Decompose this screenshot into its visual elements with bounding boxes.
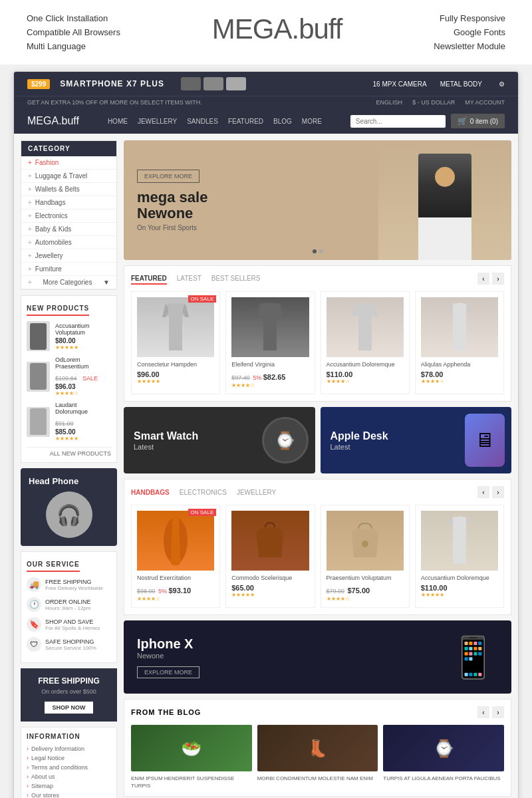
sidebar-item-baby[interactable]: Baby & Kids	[21, 223, 116, 236]
product-3-price: $110.00	[327, 370, 404, 378]
hero-image	[298, 140, 511, 260]
account-link[interactable]: MY ACCOUNT	[465, 99, 505, 106]
sidebar-item-auto[interactable]: Automobiles	[21, 236, 116, 249]
info-terms[interactable]: Terms and conditions	[27, 763, 111, 772]
services-section: OUR SERVICE 🚚 FREE SHIPPING Free Deliver…	[21, 551, 117, 663]
sidebar-item-electronics[interactable]: Electronics	[21, 209, 116, 223]
sidebar-item-wallets[interactable]: Wallets & Belts	[21, 183, 116, 196]
nav-blog[interactable]: BLOG	[273, 118, 292, 125]
hero-dot-1[interactable]	[313, 249, 317, 253]
cat-p3-stars: ★★★★☆	[327, 596, 404, 602]
info-stores[interactable]: Our stores	[27, 791, 111, 798]
search-input[interactable]	[350, 115, 446, 128]
blog-card-3-title: TURPIS AT LIGULA AENEAN PORTA FAUCIBUS	[383, 775, 504, 782]
cat-tab-handbags[interactable]: HANDBAGS	[131, 489, 170, 496]
shipping-icon: 🚚	[27, 577, 41, 592]
nav-sandles[interactable]: SANDLES	[187, 118, 218, 125]
cat-p1-price: $93.10	[169, 587, 192, 595]
blog-card-3: ⌚ TURPIS AT LIGULA AENEAN PORTA FAUCIBUS	[383, 725, 504, 789]
tabs-header: FEATURED LATEST BEST SELLERS ‹ ›	[131, 273, 504, 285]
headphone-title: Head Phone	[29, 476, 78, 486]
explore-button[interactable]: EXPLORE MORE	[137, 170, 200, 183]
info-sitemap[interactable]: Sitemap	[27, 781, 111, 791]
cat-product-4: Accusantium Doloremque $110.00 ★★★★★	[415, 505, 504, 608]
info-about[interactable]: About us	[27, 772, 111, 781]
hero-dot-2[interactable]	[319, 249, 323, 253]
product-2-sale: 5%	[253, 374, 263, 381]
tab-featured[interactable]: FEATURED	[131, 273, 167, 285]
sidebar-item-fashion[interactable]: Fashion	[21, 156, 116, 170]
notif-bar: GET AN EXTRA 10% OFF OR MORE ON SELECT I…	[14, 96, 518, 108]
promo-price: $299	[27, 79, 50, 89]
cart-button[interactable]: 🛒 0 item (0)	[451, 114, 505, 128]
nav-actions: 🛒 0 item (0)	[350, 114, 505, 128]
blog-card-2: 👢 MORBI CONDIMENTUM MOLESTIE NAM ENIM	[257, 725, 378, 789]
new-product-1: Accusantium Voluptatum $80.00 ★★★★★	[27, 321, 111, 351]
nav-jewellery[interactable]: JEWELLERY	[138, 118, 177, 125]
product-3-name: Accusantium Doloremque	[327, 361, 404, 368]
on-sale-badge-1: ON SALE	[188, 295, 217, 303]
sidebar-item-more[interactable]: More Categories ▼	[21, 276, 116, 289]
cat-tab-electronics[interactable]: ELECTRONICS	[180, 489, 227, 496]
iphone-sub: Newone	[137, 652, 200, 660]
product-4-price: $78.00	[421, 370, 498, 378]
product-tabs-list: FEATURED LATEST BEST SELLERS	[131, 273, 261, 285]
blog-card-1-title: ENIM IPSUM HENDRERIT SUSPENDISSE TURPIS	[131, 775, 252, 789]
cat-tabs-header: HANDBAGS ELECTRONICS JEWELLERY ‹ ›	[131, 486, 504, 498]
smart-watch-sub: Latest	[134, 443, 198, 451]
explore-iphone-button[interactable]: EXPLORE MORE	[137, 666, 200, 678]
iphone-text: Iphone X Newone EXPLORE MORE	[137, 636, 200, 678]
service-save-sub: For All Spoils & Heroes	[45, 625, 100, 631]
tab-bestsellers[interactable]: BEST SELLERS	[211, 273, 261, 285]
product-card-1: ON SALE Consectetur Hampden $96.00 ★★★★★	[131, 291, 220, 394]
nav-more[interactable]: MORE	[302, 118, 322, 125]
tab-prev-arrow[interactable]: ‹	[477, 273, 489, 285]
product-card-1-image	[137, 297, 214, 357]
info-delivery[interactable]: Delivery Information	[27, 744, 111, 753]
blog-next-arrow[interactable]: ›	[492, 706, 504, 718]
currency-selector[interactable]: $ - US DOLLAR	[412, 99, 455, 106]
blog-section: FROM THE BLOG ‹ › 🥗 ENIM IPSUM HENDRERIT…	[124, 699, 511, 797]
service-safe-sub: Secure Service 100%	[45, 645, 96, 651]
category-tabs-section: HANDBAGS ELECTRONICS JEWELLERY ‹ › ON SA…	[124, 479, 511, 615]
sidebar-item-handbags[interactable]: Handbags	[21, 196, 116, 209]
headphone-image: 🎧	[46, 491, 92, 538]
sidebar: CATEGORY Fashion Luggage & Travel Wallet…	[21, 140, 117, 798]
nav-featured[interactable]: FEATURED	[228, 118, 263, 125]
service-shipping: 🚚 FREE SHIPPING Free Delivery Worldwide	[27, 577, 111, 592]
cat-tab-jewellery[interactable]: JEWELLERY	[237, 489, 276, 496]
info-legal[interactable]: Legal Notice	[27, 753, 111, 763]
safe-icon: 🛡	[27, 637, 41, 652]
hero-heading: mega sale Newone	[137, 190, 207, 221]
shop-now-button[interactable]: SHOP NOW	[45, 702, 94, 714]
promo-phone-images	[181, 77, 246, 90]
cat-tab-next[interactable]: ›	[492, 486, 504, 498]
cat-product-2-image	[231, 511, 309, 571]
tab-latest[interactable]: LATEST	[177, 273, 201, 285]
all-products-link[interactable]: ALL NEW PRODUCTS	[27, 447, 111, 457]
promo-title: SMARTPHONE X7 PLUS	[60, 79, 164, 88]
cat-product-1-image	[137, 511, 214, 571]
tab-arrows: ‹ ›	[477, 273, 504, 285]
cat-product-2: Commodo Scelerisque $65.00 ★★★★★	[225, 505, 315, 608]
tab-next-arrow[interactable]: ›	[492, 273, 504, 285]
language-selector[interactable]: ENGLISH	[376, 99, 403, 106]
feature-2: Compatible All Browsers	[27, 27, 120, 37]
sidebar-item-luggage[interactable]: Luggage & Travel	[21, 170, 116, 183]
free-shipping-sub: On orders over $500	[27, 688, 110, 695]
cat-tab-prev[interactable]: ‹	[477, 486, 489, 498]
sidebar-item-jewellery[interactable]: Jewellery	[21, 249, 116, 263]
blog-prev-arrow[interactable]: ‹	[477, 706, 489, 718]
iphone-title: Iphone X	[137, 636, 200, 652]
top-bar-right: Fully Responsive Google Fonts Newsletter…	[434, 13, 505, 51]
settings-icon[interactable]: ⚙	[499, 80, 505, 88]
cat-p1-old: $98.00	[137, 588, 156, 595]
apple-desk-banner: Apple Desk Latest 🖥	[321, 407, 512, 473]
service-save: 🔖 SHOP AND SAVE For All Spoils & Heroes	[27, 617, 111, 632]
cat-p2-stars: ★★★★★	[231, 592, 309, 598]
sidebar-item-furniture[interactable]: Furniture	[21, 263, 116, 276]
cat-on-sale-1: ON SALE	[188, 509, 217, 516]
blog-grid: 🥗 ENIM IPSUM HENDRERIT SUSPENDISSE TURPI…	[131, 725, 504, 789]
hero-banner: EXPLORE MORE mega sale Newone On Your Fi…	[124, 140, 511, 260]
nav-home[interactable]: HOME	[108, 118, 128, 125]
